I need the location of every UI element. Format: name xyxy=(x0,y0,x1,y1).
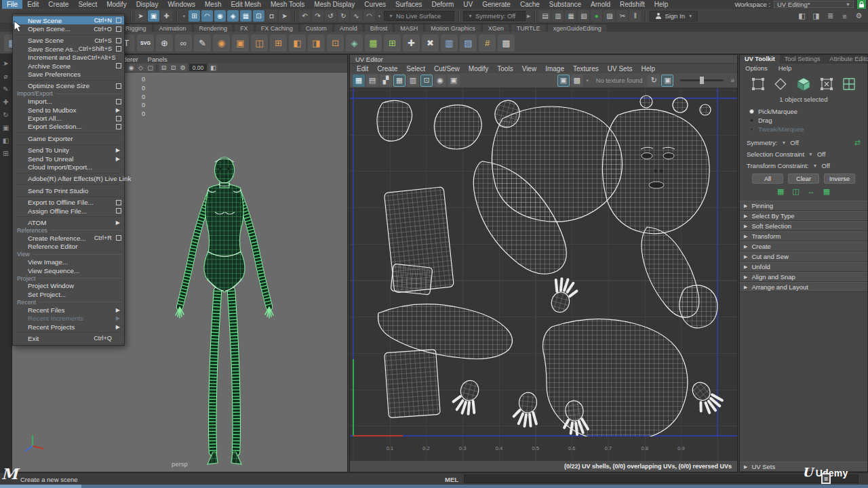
shelf-tool-icon[interactable]: ▨ xyxy=(460,35,477,52)
tool-icon[interactable]: ↻ xyxy=(3,111,8,119)
snap-icon[interactable]: ⊞ xyxy=(189,10,200,22)
panel-toggle-icon[interactable]: ⚙ xyxy=(853,10,865,22)
file-menu-item[interactable]: Save Preferences ▶ xyxy=(13,70,124,78)
file-menu-item[interactable]: Send To Unreal ▶ xyxy=(13,155,124,163)
uv-toolbar-icon[interactable]: ◉ xyxy=(434,75,446,87)
option-box-icon[interactable] xyxy=(116,46,121,52)
uv-editor-menu-item[interactable]: Edit xyxy=(353,65,372,73)
menu-item[interactable]: Create xyxy=(43,0,73,9)
file-menu-item[interactable]: Import... ▶ xyxy=(13,98,124,106)
file-menu-item[interactable]: Assign Offline File... ▶ xyxy=(13,207,124,215)
file-menu-item[interactable]: Send to Mudbox ▶ xyxy=(13,106,124,114)
shelf-tool-icon[interactable]: # xyxy=(479,35,496,52)
render-icon[interactable]: ▥ xyxy=(552,10,564,22)
option-box-icon[interactable] xyxy=(116,124,121,129)
shelf-tool-icon[interactable]: ◨ xyxy=(308,35,325,52)
snap-icon[interactable]: ◈ xyxy=(227,10,239,22)
file-menu-item[interactable]: Increment and Save Ctrl+Alt+S ▶ xyxy=(13,54,124,62)
option-box-icon[interactable] xyxy=(116,208,121,214)
file-menu-item[interactable]: Adobe(R) After Effects(R) Live Link ▶ xyxy=(13,175,124,183)
shelf-tool-icon[interactable]: ⊕ xyxy=(156,35,173,52)
file-menu-item[interactable]: Import/Export ▶ xyxy=(13,90,124,98)
menu-item[interactable]: Substance xyxy=(545,0,586,9)
menu-item[interactable]: Modify xyxy=(102,0,131,9)
shelf-tab[interactable]: Bifrost xyxy=(364,24,394,32)
menu-item[interactable]: File xyxy=(2,0,22,9)
uv-editor-menu-item[interactable]: Image xyxy=(541,65,568,73)
file-menu-item[interactable]: Recent Projects ▶ xyxy=(13,323,124,331)
uv-toolbar-icon[interactable]: ▤ xyxy=(366,75,378,87)
file-menu-item[interactable]: New Scene Ctrl+N ▶ xyxy=(13,16,124,24)
selection-mode-icon[interactable]: ▣ xyxy=(148,10,159,22)
workspace-select[interactable]: UV Editing* ▼ xyxy=(774,1,854,8)
vertex-mode-icon[interactable] xyxy=(750,76,766,92)
shelf-tab[interactable]: Rendering xyxy=(193,24,234,32)
shelf-tool-icon[interactable]: ◧ xyxy=(289,35,306,52)
option-box-icon[interactable] xyxy=(116,116,121,121)
uv-toolbar-icon[interactable]: ▥ xyxy=(407,75,419,87)
script-editor-icon[interactable]: ≣ xyxy=(821,473,831,484)
collapsible-section[interactable]: ▶ Align and Snap xyxy=(740,272,867,282)
constraint-row[interactable]: Symmetry: ▼ Off ⇄ xyxy=(747,137,861,148)
shelf-tool-icon[interactable]: ⊞ xyxy=(270,35,287,52)
edge-mode-icon[interactable] xyxy=(772,76,789,92)
file-menu-item[interactable]: Create Reference... Ctrl+R ▶ xyxy=(13,234,124,242)
toolkit-menu-item[interactable]: Options xyxy=(745,64,768,72)
option-box-icon[interactable] xyxy=(116,26,121,32)
file-menu-item[interactable]: ATOM ▶ xyxy=(13,218,124,226)
shelf-tool-icon[interactable]: ▦ xyxy=(365,35,382,52)
menu-item[interactable]: Edit Mesh xyxy=(226,0,265,9)
shelf-tab[interactable]: FX Caching xyxy=(255,24,299,32)
file-menu-item[interactable]: Save Scene Ctrl+S ▶ xyxy=(13,37,124,45)
construction-history-icon[interactable]: ∿ xyxy=(351,10,362,22)
tool-icon[interactable]: ✚ xyxy=(3,98,8,106)
menu-item[interactable]: Generate xyxy=(477,0,515,9)
file-menu-item[interactable]: Archive Scene ▶ xyxy=(13,62,124,70)
menu-item[interactable]: Deform xyxy=(427,0,459,9)
texture-display-icon[interactable]: ▾ xyxy=(585,75,591,87)
collapsible-section[interactable]: ▶ Transform xyxy=(740,231,867,241)
shelf-tab[interactable]: MASH xyxy=(394,24,424,32)
shelf-tab[interactable]: Motion Graphics xyxy=(425,24,481,32)
collapsible-section[interactable]: ▶ Cut and Sew xyxy=(740,251,867,262)
uv-editor-menu-item[interactable]: Tools xyxy=(493,65,517,73)
file-menu-item[interactable]: Export Selection... ▶ xyxy=(13,123,124,131)
sign-in-button[interactable]: Sign In ▼ xyxy=(650,11,698,22)
file-menu-item[interactable]: Send To Print Studio ▶ xyxy=(13,186,124,195)
file-menu-item[interactable]: Reference Editor ▶ xyxy=(13,243,124,251)
menu-item[interactable]: Redshift xyxy=(615,0,650,9)
selection-mode-icon[interactable]: ✚ xyxy=(161,10,172,22)
panel-toggle-icon[interactable]: ≡ xyxy=(839,10,850,22)
shelf-tool-icon[interactable]: ◉ xyxy=(213,35,230,52)
menu-item[interactable]: Edit xyxy=(22,0,43,9)
snap-icon[interactable]: ▾ xyxy=(181,10,187,22)
chevron-down-icon[interactable]: ▼ xyxy=(813,163,818,168)
collapsible-section[interactable]: ▶ Pinning xyxy=(740,201,867,211)
file-menu-item[interactable]: Project ▶ xyxy=(13,274,124,282)
border-select-icon[interactable]: ▦ xyxy=(823,187,830,196)
uv-editor-menu-item[interactable]: Select xyxy=(402,65,429,73)
shelf-tab[interactable]: Arnold xyxy=(334,24,363,32)
uv-editor-menu-item[interactable]: Cut/Sew xyxy=(430,65,464,73)
command-line-input[interactable] xyxy=(464,474,859,483)
mel-label[interactable]: MEL xyxy=(445,476,458,483)
panel-toggle-icon[interactable]: ≣ xyxy=(825,10,836,22)
workspace-lock-icon[interactable] xyxy=(857,0,866,9)
file-menu-item[interactable]: View Sequence... ▶ xyxy=(13,266,124,274)
file-menu-item[interactable]: Set Project... ▶ xyxy=(13,290,124,298)
shelf-tool-icon[interactable]: ✚ xyxy=(403,35,420,52)
render-icon[interactable]: ▤ xyxy=(539,10,551,22)
shelf-tool-icon[interactable]: ▣ xyxy=(232,35,249,52)
collapsible-section[interactable]: ▶ Create xyxy=(740,241,867,251)
menu-item[interactable]: Select xyxy=(73,0,102,9)
snap-icon[interactable]: ◉ xyxy=(214,10,226,22)
face-mode-icon[interactable] xyxy=(795,75,812,93)
file-menu-item[interactable]: Game Exporter ▶ xyxy=(13,134,124,142)
file-menu-item[interactable]: Exit Ctrl+Q ▶ xyxy=(13,334,124,342)
uv-editor-menu-item[interactable]: Help xyxy=(637,65,659,73)
file-menu-item[interactable]: View ▶ xyxy=(13,251,124,258)
texture-refresh-icon[interactable]: ↻ xyxy=(648,75,660,87)
uv-mode-icon[interactable] xyxy=(818,76,835,92)
file-menu-item[interactable]: Save Scene As... Ctrl+Shift+S ▶ xyxy=(13,45,124,53)
file-menu-item[interactable]: Recent ▶ xyxy=(13,299,124,306)
